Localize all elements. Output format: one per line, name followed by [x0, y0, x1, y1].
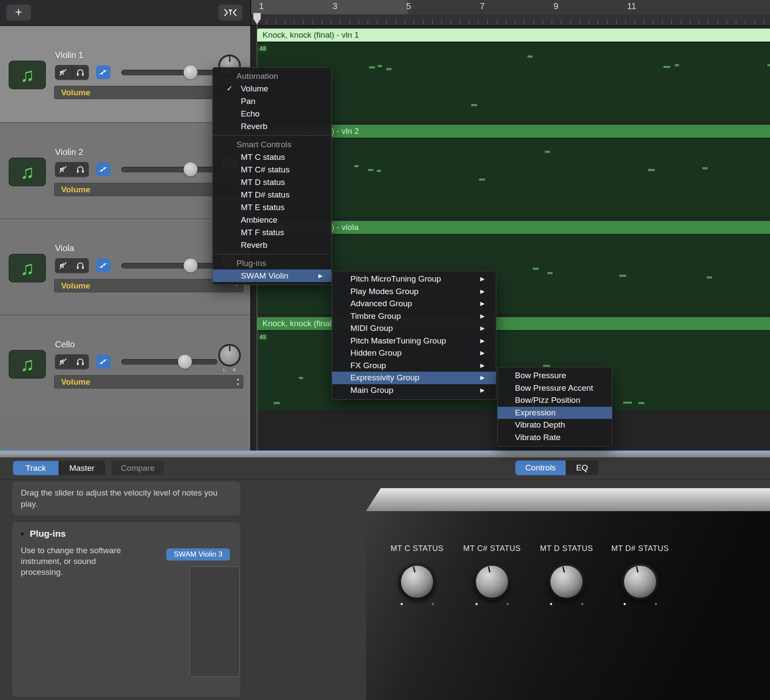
menu-item-label: Reverb — [241, 122, 267, 131]
solo-button[interactable] — [72, 258, 89, 273]
ruler-tick — [598, 20, 598, 25]
menu-item[interactable]: Bow Pressure Accent — [498, 382, 612, 395]
menu-item[interactable]: Expression — [498, 407, 612, 419]
note-bar — [299, 377, 303, 379]
track-row[interactable]: Cello♫L RVolume▴▾ — [0, 314, 250, 411]
menu-item[interactable]: MT C status — [213, 151, 331, 163]
menu-item[interactable]: Reverb — [213, 120, 331, 133]
add-track-button[interactable]: + — [6, 4, 31, 21]
note-bar — [533, 268, 539, 270]
menu-item[interactable]: ✓Volume — [213, 82, 331, 95]
menu-item-label: Main Group — [350, 386, 393, 395]
automation-mode-button[interactable] — [96, 65, 110, 79]
compare-button[interactable]: Compare — [112, 461, 164, 475]
automation-parameter-label: Volume — [61, 377, 90, 387]
menu-item[interactable]: Bow Pressure — [498, 369, 612, 382]
solo-button[interactable] — [72, 162, 89, 177]
pan-knob[interactable] — [218, 344, 241, 366]
track-icon: ♫ — [9, 254, 46, 282]
note-bar — [377, 170, 381, 172]
track-name: Violin 1 — [55, 50, 83, 60]
velocity-slider[interactable] — [121, 354, 217, 369]
smart-control-knob[interactable] — [473, 563, 511, 600]
ruler-tick — [625, 20, 626, 25]
ruler-tick — [276, 20, 276, 25]
velocity-slider[interactable] — [121, 162, 217, 177]
tab-master[interactable]: Master — [58, 461, 105, 475]
solo-button[interactable] — [72, 65, 89, 80]
menu-item[interactable]: Advanced Group▶ — [332, 298, 496, 310]
automation-mode-button[interactable] — [96, 162, 110, 176]
menu-item[interactable]: MT D# status — [213, 188, 331, 201]
menu-item[interactable]: Play Modes Group▶ — [332, 285, 496, 298]
plugins-description: Use to change the software instrument, o… — [21, 545, 121, 577]
ruler-band[interactable] — [408, 0, 770, 14]
slider-knob[interactable] — [184, 259, 197, 272]
menu-item[interactable]: Echo — [213, 107, 331, 120]
menu-item[interactable]: Pitch MasterTuning Group▶ — [332, 335, 496, 347]
plugin-slot-button[interactable]: SWAM Violin 3 — [166, 548, 230, 561]
expressivity-group-submenu: Bow PressureBow Pressure AccentBow/Pizz … — [497, 367, 612, 447]
region-header[interactable]: Knock, knock (final) - vln 2 — [257, 125, 770, 138]
region-header[interactable]: Knock, knock (final) - viola — [257, 221, 770, 234]
menu-item[interactable]: Ambience — [213, 214, 331, 226]
menu-item[interactable]: Vibrato Depth — [498, 419, 612, 431]
ruler-cycle-band[interactable] — [251, 0, 408, 14]
slider-knob[interactable] — [184, 65, 197, 79]
solo-button[interactable] — [72, 354, 89, 369]
bar-number: 3 — [333, 1, 337, 11]
mute-solo-group — [55, 258, 89, 273]
menu-separator — [213, 135, 331, 136]
automation-parameter-selector[interactable]: Volume▴▾ — [54, 375, 243, 389]
slider-knob[interactable] — [178, 355, 192, 369]
velocity-slider[interactable] — [121, 258, 217, 273]
empty-plugin-slot[interactable] — [189, 566, 240, 677]
automation-mode-button[interactable] — [96, 355, 110, 369]
automation-mode-button[interactable] — [96, 259, 110, 272]
mute-speaker-icon — [58, 165, 68, 174]
submenu-arrow-icon: ▶ — [480, 298, 485, 310]
menu-item[interactable]: Expressivity Group▶ — [332, 372, 496, 384]
menu-item[interactable]: MT E status — [213, 201, 331, 214]
menu-item[interactable]: Vibrato Rate — [498, 431, 612, 444]
menu-item[interactable]: Main Group▶ — [332, 384, 496, 397]
menu-item[interactable]: Hidden Group▶ — [332, 347, 496, 360]
menu-item[interactable]: Bow/Pizz Position — [498, 394, 612, 407]
menu-item[interactable]: Pitch MicroTuning Group▶ — [332, 273, 496, 285]
menu-item[interactable]: Reverb — [213, 239, 331, 251]
menu-item[interactable]: Timbre Group▶ — [332, 310, 496, 323]
music-note-icon: ♫ — [20, 355, 35, 374]
filter-funnel-icon — [223, 7, 238, 18]
velocity-slider[interactable] — [121, 65, 217, 80]
smart-control-knob[interactable] — [398, 563, 436, 600]
tab-eq[interactable]: EQ — [566, 460, 599, 475]
smart-control-knob[interactable] — [548, 563, 585, 600]
mute-button[interactable] — [55, 354, 72, 369]
submenu-arrow-icon: ▶ — [318, 269, 323, 282]
ruler-ticks-band[interactable] — [251, 14, 770, 26]
ruler-tick — [745, 20, 745, 25]
mute-solo-group — [55, 354, 89, 369]
menu-item[interactable]: MT D status — [213, 176, 331, 188]
menu-item[interactable]: FX Group▶ — [332, 360, 496, 372]
plugins-section-header[interactable]: ▼ Plug-ins — [19, 528, 66, 539]
region-header[interactable]: Knock, knock (final) - vln 1 — [257, 29, 770, 42]
menu-item[interactable]: MT F status — [213, 226, 331, 239]
smart-control-knob[interactable] — [621, 563, 659, 600]
tab-controls[interactable]: Controls — [515, 460, 566, 475]
midi-region[interactable]: Knock, knock (final) - vln 148 — [257, 29, 770, 122]
tab-track[interactable]: Track — [13, 461, 58, 475]
mute-button[interactable] — [55, 162, 72, 177]
ruler-tick — [754, 20, 755, 25]
midi-region[interactable]: Knock, knock (final) - vln 2 — [257, 125, 770, 218]
automation-filter-button[interactable] — [218, 4, 243, 21]
velocity-hint-text: Drag the slider to adjust the velocity l… — [12, 482, 226, 510]
menu-item[interactable]: MT C# status — [213, 163, 331, 176]
mute-button[interactable] — [55, 65, 72, 80]
menu-item[interactable]: SWAM Violin▶ — [213, 269, 331, 282]
slider-knob[interactable] — [184, 162, 197, 176]
menu-item[interactable]: MIDI Group▶ — [332, 322, 496, 335]
disclosure-triangle-icon[interactable]: ▼ — [19, 530, 26, 538]
menu-item[interactable]: Pan — [213, 95, 331, 107]
mute-button[interactable] — [55, 258, 72, 273]
